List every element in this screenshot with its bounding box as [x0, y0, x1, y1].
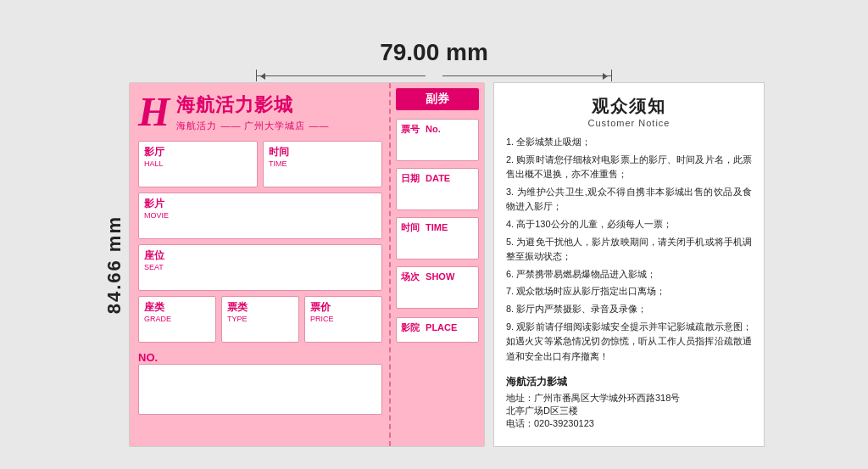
type-label-cn: 票类: [227, 300, 293, 315]
notice-item-4: 4. 高于130公分的儿童，必须每人一票；: [506, 217, 752, 232]
hall-value: [144, 168, 252, 183]
time-value: [269, 168, 376, 183]
grade-value: [144, 323, 210, 338]
notice-footer: 海航活力影城 地址：广州市番禺区大学城外环西路318号 北亭广场D区三楼 电话：…: [506, 375, 752, 430]
sub-dash1: ——: [220, 120, 241, 131]
type-value: [227, 323, 293, 338]
cinema-sub: 海航活力 —— 广州大学城店 ——: [176, 120, 329, 132]
price-value: [310, 323, 376, 338]
notice-item-7: 7. 观众散场时应从影厅指定出口离场；: [506, 284, 752, 299]
stub-date: 日期 DATE: [396, 168, 479, 210]
arrow-left: [257, 75, 426, 76]
stub-show: 场次 SHOW: [396, 266, 479, 309]
dimension-width-label: 79.00 mm: [380, 39, 488, 66]
field-movie: 影片 MOVIE: [138, 193, 382, 239]
grade-label-cn: 座类: [144, 300, 210, 315]
stub-date-label: 日期 DATE: [401, 172, 474, 185]
hall-label-cn: 影厅: [144, 145, 252, 159]
stub-show-label: 场次 SHOW: [401, 271, 474, 283]
seat-label-cn: 座位: [144, 248, 376, 263]
time-label-cn: 时间: [269, 145, 376, 159]
seat-value: [144, 271, 376, 287]
arrow-right: [442, 75, 611, 76]
ticket-left-section: H 海航活力影城 海航活力 —— 广州大学城店 —— 影厅: [130, 83, 391, 446]
notice-item-6: 6. 严禁携带易燃易爆物品进入影城；: [506, 267, 752, 282]
sub-prefix: 海航活力: [176, 120, 217, 131]
ticket-header: H 海航活力影城 海航活力 —— 广州大学城店 ——: [138, 92, 382, 132]
grade-label-en: GRADE: [144, 315, 210, 323]
stub-ticket-no: 票号 No.: [396, 119, 479, 161]
notice-title-en: Customer Notice: [506, 118, 752, 128]
stub-ticket-no-value: [401, 136, 474, 151]
footer-address: 地址：广州市番禺区大学城外环西路318号: [506, 392, 752, 405]
footer-address2: 北亭广场D区三楼: [506, 405, 752, 417]
seat-label-en: SEAT: [144, 263, 376, 271]
dimension-width-container: 79.00 mm: [256, 39, 612, 82]
stub-date-value: [401, 185, 474, 200]
notice-section: 观众须知 Customer Notice 1. 全影城禁止吸烟； 2. 购票时请…: [493, 82, 765, 447]
type-label-en: TYPE: [227, 315, 293, 323]
field-seat: 座位 SEAT: [138, 244, 382, 291]
row-seat: 座位 SEAT: [138, 244, 382, 291]
logo-h: H: [138, 92, 170, 132]
field-time: 时间 TIME: [263, 141, 382, 187]
notice-item-5: 5. 为避免干扰他人，影片放映期间，请关闭手机或将手机调整至振动状态；: [506, 235, 752, 265]
stub-time-label: 时间 TIME: [401, 221, 474, 234]
page-container: 79.00 mm 84.66 mm H 海航活力影城: [8, 8, 860, 469]
no-label: NO.: [138, 351, 382, 364]
field-type: 票类 TYPE: [221, 296, 299, 343]
cinema-name-block: 海航活力影城 海航活力 —— 广州大学城店 ——: [176, 92, 329, 132]
stub-time-value: [401, 234, 474, 249]
sub-dash2: ——: [309, 120, 330, 131]
stub-time: 时间 TIME: [396, 217, 479, 260]
dimension-height-label: 84.66 mm: [103, 215, 125, 314]
notice-item-8: 8. 影厅内严禁摄影、录音及录像；: [506, 302, 752, 317]
price-label-en: PRICE: [310, 315, 376, 323]
notice-item-2: 2. 购票时请您仔细核对电影票上的影厅、时间及片名，此票售出概不退换，亦不准重售…: [506, 153, 752, 182]
field-grade: 座类 GRADE: [138, 296, 216, 343]
field-hall: 影厅 HALL: [138, 141, 258, 187]
notice-item-9: 9. 观影前请仔细阅读影城安全提示并牢记影城疏散示意图；如遇火灾等紧急情况切勿惊…: [506, 320, 752, 365]
no-value-box: [138, 364, 382, 415]
stub-place: 影院 PLACE: [396, 317, 479, 343]
notice-title-cn: 观众须知: [506, 95, 752, 118]
sub-location: 广州大学城店: [244, 120, 305, 131]
ticket-area: 84.66 mm H 海航活力影城 海航活力 —— 广州大学城店 ——: [103, 82, 765, 447]
movie-value: [144, 220, 376, 235]
movie-label-cn: 影片: [144, 197, 376, 211]
ticket-right-stub: 副券 票号 No. 日期 DATE: [391, 83, 484, 446]
notice-item-3: 3. 为维护公共卫生,观众不得自携非本影城出售的饮品及食物进入影厅；: [506, 185, 752, 215]
field-price: 票价 PRICE: [304, 296, 382, 343]
no-section: NO.: [138, 348, 382, 415]
price-label-cn: 票价: [310, 300, 376, 315]
dimension-height-container: 84.66 mm: [103, 82, 125, 447]
ticket-main: H 海航活力影城 海航活力 —— 广州大学城店 —— 影厅: [129, 82, 485, 447]
notice-item-1: 1. 全影城禁止吸烟；: [506, 135, 752, 150]
movie-label-en: MOVIE: [144, 211, 376, 220]
notice-list: 1. 全影城禁止吸烟； 2. 购票时请您仔细核对电影票上的影厅、时间及片名，此票…: [506, 135, 752, 366]
stub-ticket-no-cn: 票号 No.: [401, 123, 474, 136]
row-grade-type-price: 座类 GRADE 票类 TYPE 票价 PRICE: [138, 296, 382, 343]
stub-show-value: [401, 283, 474, 299]
row-hall-time: 影厅 HALL 时间 TIME: [138, 141, 382, 187]
footer-cinema-name: 海航活力影城: [506, 375, 752, 389]
row-movie: 影片 MOVIE: [138, 193, 382, 239]
stub-place-label: 影院 PLACE: [401, 321, 474, 334]
footer-phone: 电话：020-39230123: [506, 417, 752, 430]
stub-badge: 副券: [396, 88, 479, 110]
cinema-name: 海航活力影城: [176, 92, 329, 118]
dimension-width-arrow-row: [256, 70, 612, 81]
time-label-en: TIME: [269, 159, 376, 168]
right-bracket: [611, 70, 612, 81]
hall-label-en: HALL: [144, 159, 252, 168]
